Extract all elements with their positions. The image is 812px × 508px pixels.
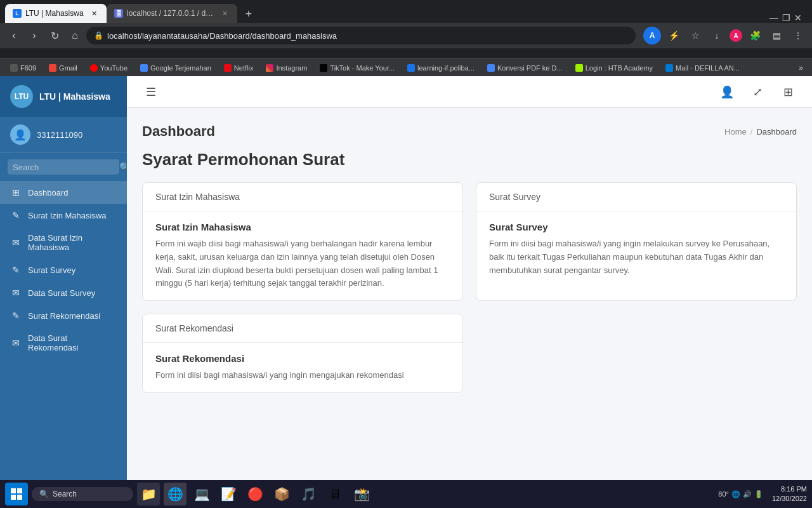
card-header-surat-survey: Surat Survey xyxy=(476,183,796,211)
tab-favicon-1: L xyxy=(13,9,22,18)
profile2-button[interactable]: A xyxy=(730,29,742,42)
taskbar-app-code[interactable]: 📝 xyxy=(217,483,240,505)
weather-temp: 80° xyxy=(718,490,729,498)
card-title-surat-rekomendasi: Surat Rekomendasi xyxy=(155,353,450,364)
taskbar-time[interactable]: 8:16 PM 12/30/2022 xyxy=(772,485,807,504)
new-tab-button[interactable]: + xyxy=(240,5,258,23)
bookmark-youtube[interactable]: YouTube xyxy=(85,63,133,73)
extensions-button[interactable]: ⚡ xyxy=(665,27,683,44)
surat-survey-icon: ✎ xyxy=(10,265,22,275)
download-button[interactable]: ↓ xyxy=(708,27,726,44)
bookmark-translate[interactable]: Google Terjemahan xyxy=(135,63,216,73)
bookmark-learning[interactable]: learning-if.poliba... xyxy=(402,63,480,73)
taskbar-app-terminal[interactable]: 💻 xyxy=(190,483,213,505)
close-window-button[interactable]: ✕ xyxy=(794,13,802,23)
bookmark-mail[interactable]: Mail - DEFILLA AN... xyxy=(660,63,745,73)
bookmark-tiktok[interactable]: TikTok - Make Your... xyxy=(315,63,400,73)
menu-button[interactable]: ⋮ xyxy=(789,27,807,44)
terminal-icon: 💻 xyxy=(194,486,210,502)
profile-button[interactable]: A xyxy=(643,27,661,44)
taskbar-app-app3[interactable]: 🖥 xyxy=(324,483,346,505)
sidebar-user-section: 👤 3312111090 xyxy=(0,117,127,153)
address-bar[interactable]: 🔒 localhost/layanantatausaha/Dashboard/d… xyxy=(86,27,636,44)
sidebar-item-data-surat-izin[interactable]: ✉ Data Surat Izin Mahasiswa xyxy=(0,227,127,258)
taskbar-app-spotify[interactable]: 🎵 xyxy=(297,483,320,505)
card-surat-rekomendasi: Surat Rekomendasi Surat Rekomendasi Form… xyxy=(142,314,463,393)
start-button[interactable] xyxy=(5,483,28,505)
more-bookmarks-button[interactable]: » xyxy=(795,62,807,74)
search-input[interactable] xyxy=(13,163,119,172)
breadcrumb-current: Dashboard xyxy=(756,127,797,137)
sidebar-toggle[interactable]: ▤ xyxy=(768,27,785,44)
grid-button[interactable]: ⊞ xyxy=(776,81,799,104)
tab-db-tu[interactable]: 🗄 localhost / 127.0.0.1 / db_tu / us... … xyxy=(107,4,237,23)
card-title-surat-izin: Surat Izin Mahasiswa xyxy=(155,222,450,232)
sidebar-label-data-surat-rekomendasi: Data Surat Rekomendasi xyxy=(28,333,117,352)
reload-button[interactable]: ↻ xyxy=(46,27,63,44)
sidebar-label-data-surat-survey: Data Surat Survey xyxy=(28,288,95,298)
card-surat-survey: Surat Survey Surat Survey Form ini diisi… xyxy=(476,182,797,301)
extensions2-button[interactable]: 🧩 xyxy=(746,27,764,44)
svg-rect-1 xyxy=(17,488,22,493)
card-header-surat-rekomendasi: Surat Rekomendasi xyxy=(143,314,462,343)
bookmark-gmail[interactable]: Gmail xyxy=(44,63,82,73)
user-profile-button[interactable]: 👤 xyxy=(716,81,738,104)
main-content: ☰ 👤 ⤢ ⊞ Dashboard Home / Dashboard Syara… xyxy=(127,76,812,480)
taskbar-app-file-explorer[interactable]: 📁 xyxy=(137,483,160,505)
hamburger-button[interactable]: ☰ xyxy=(140,81,162,104)
sidebar-label-surat-rekomendasi: Surat Rekomendasi xyxy=(28,311,100,321)
tab-label-1: LTU | Mahasiswa xyxy=(25,9,84,18)
page-title: Dashboard xyxy=(142,123,215,140)
taskbar-app-app2[interactable]: 📦 xyxy=(270,483,293,505)
bookmark-htb[interactable]: Login : HTB Academy xyxy=(570,63,658,73)
taskbar-system-tray: 80° 🌐 🔊 🔋 xyxy=(713,490,768,498)
sidebar-item-data-surat-rekomendasi[interactable]: ✉ Data Surat Rekomendasi xyxy=(0,327,127,359)
bookmark-pdf[interactable]: Konversi PDF ke D... xyxy=(482,63,568,73)
card-body-surat-izin: Surat Izin Mahasiswa Form ini wajib diis… xyxy=(143,211,462,300)
user-id: 3312111090 xyxy=(37,130,82,140)
bookmark-instagram[interactable]: Instagram xyxy=(261,63,312,73)
sidebar-item-dashboard[interactable]: ⊞ Dashboard xyxy=(0,181,127,204)
taskbar-search[interactable]: 🔍 Search xyxy=(32,487,133,501)
forward-button[interactable]: › xyxy=(25,27,43,44)
tab-close-1[interactable]: ✕ xyxy=(89,8,99,18)
surat-izin-icon: ✎ xyxy=(10,210,22,220)
surat-rekomendasi-icon: ✎ xyxy=(10,311,22,321)
battery-icon: 🔋 xyxy=(754,490,763,498)
sidebar-item-surat-survey[interactable]: ✎ Surat Survey xyxy=(0,258,127,281)
minimize-button[interactable]: — xyxy=(769,13,778,23)
tab-favicon-2: 🗄 xyxy=(114,9,123,18)
data-surat-survey-icon: ✉ xyxy=(10,288,22,298)
address-text: localhost/layanantatausaha/Dashboard/das… xyxy=(107,31,337,41)
sidebar-label-dashboard: Dashboard xyxy=(28,188,69,197)
card-text-surat-izin: Form ini wajib diisi bagi mahasiswa/i ya… xyxy=(155,237,450,290)
tab-ltu-mahasiswa[interactable]: L LTU | Mahasiswa ✕ xyxy=(5,4,107,23)
taskbar-app-git[interactable]: 🔴 xyxy=(244,483,266,505)
sidebar-item-surat-izin[interactable]: ✎ Surat Izin Mahasiswa xyxy=(0,204,127,227)
lock-icon: 🔒 xyxy=(94,31,103,40)
app-layout: LTU LTU | Mahasiswa 👤 3312111090 🔍 ⊞ Das… xyxy=(0,76,812,480)
breadcrumb: Home / Dashboard xyxy=(724,127,797,137)
bookmark-button[interactable]: ☆ xyxy=(686,27,704,44)
breadcrumb-home-link[interactable]: Home xyxy=(724,127,747,137)
bookmark-label-translate: Google Terjemahan xyxy=(150,64,211,72)
vscode-icon: 📝 xyxy=(221,486,237,502)
svg-rect-2 xyxy=(11,495,16,500)
home-button[interactable]: ⌂ xyxy=(66,27,84,44)
card-text-surat-rekomendasi: Form ini diisi bagi mahasiswa/i yang ing… xyxy=(155,369,450,382)
sidebar-item-surat-rekomendasi[interactable]: ✎ Surat Rekomendasi xyxy=(0,304,127,327)
bookmark-netflix[interactable]: Netflix xyxy=(219,63,259,73)
back-button[interactable]: ‹ xyxy=(5,27,23,44)
taskbar-app-app4[interactable]: 📸 xyxy=(350,483,373,505)
taskbar: 🔍 Search 📁 🌐 💻 📝 🔴 📦 🎵 🖥 📸 80° 🌐 🔊 🔋 8:1… xyxy=(0,480,812,508)
search-button[interactable]: 🔍 xyxy=(119,162,127,172)
bookmark-f609[interactable]: F609 xyxy=(5,63,41,73)
top-bar: ☰ 👤 ⤢ ⊞ xyxy=(127,76,812,108)
data-surat-izin-icon: ✉ xyxy=(10,237,22,248)
restore-button[interactable]: ❐ xyxy=(782,13,790,23)
taskbar-app-chrome[interactable]: 🌐 xyxy=(164,483,187,505)
tab-close-2[interactable]: ✕ xyxy=(219,8,230,18)
fullscreen-button[interactable]: ⤢ xyxy=(746,81,769,104)
card-header-surat-izin: Surat Izin Mahasiswa xyxy=(143,183,462,211)
sidebar-item-data-surat-survey[interactable]: ✉ Data Surat Survey xyxy=(0,281,127,304)
